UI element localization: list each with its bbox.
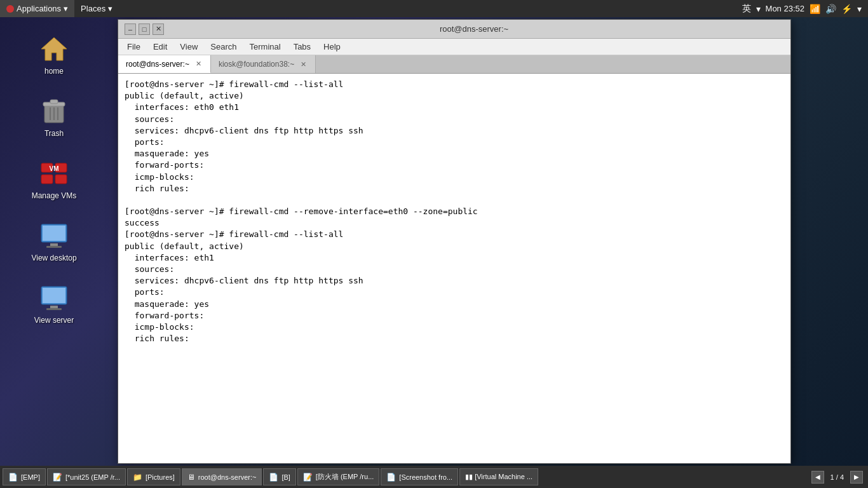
home-icon [39,34,69,64]
tabs-bar: root@dns-server:~ ✕ kiosk@foundation38:~… [118,55,790,74]
svg-rect-15 [46,246,62,248]
emp-icon: 📄 [8,473,18,482]
maximize-button[interactable]: □ [139,24,150,35]
unit25-label: [*unit25 (EMP /r... [65,473,120,481]
places-chevron: ▾ [108,4,112,13]
terminal-output: [root@dns-server ~]# firewall-cmd --list… [125,79,784,344]
tab1-close[interactable]: ✕ [194,60,203,68]
svg-text:VM: VM [50,165,59,172]
trash-icon [39,96,69,126]
vms-icon-label: Manage VMs [32,191,77,200]
power-icon[interactable]: ⚡ [841,4,852,14]
bottom-taskbar: 📄 [EMP] 📝 [*unit25 (EMP /r... 📁 [Picture… [0,466,868,488]
tab-root-dns-server[interactable]: root@dns-server:~ ✕ [118,55,211,73]
view-desktop-label: View desktop [31,254,76,262]
taskbar-screenshot[interactable]: 📄 [Screenshot fro... [381,468,458,485]
desktop-sidebar: home Trash [0,17,108,466]
pictures-icon: 📁 [133,473,142,482]
firewall-label: [防火墙 (EMP /ru... [316,472,374,482]
svg-rect-17 [43,288,65,303]
tab2-label: kiosk@foundation38:~ [219,60,294,69]
applications-menu[interactable]: Applications ▾ [0,0,74,17]
taskbar-unit25[interactable]: 📝 [*unit25 (EMP /r... [47,468,126,485]
window-title: root@dns-server:~ [164,24,784,34]
root-dns-icon: 🖥 [187,473,195,482]
menu-edit[interactable]: Edit [147,39,173,55]
pictures-label: [Pictures] [146,473,175,481]
menu-search[interactable]: Search [204,39,243,55]
svg-rect-9 [41,175,53,184]
b-icon: 📄 [269,473,278,482]
desktop-icon-vms[interactable]: VM Manage VMs [22,154,86,204]
tab1-label: root@dns-server:~ [126,60,189,69]
terminal-content[interactable]: [root@dns-server ~]# firewall-cmd --list… [118,74,790,463]
view-desktop-icon [39,220,69,251]
taskbar-b[interactable]: 📄 [B] [263,468,295,485]
datetime-display: Mon 23:52 [766,4,804,13]
taskbar-firewall[interactable]: 📝 [防火墙 (EMP /ru... [297,468,379,485]
places-label: Places [81,4,105,13]
svg-rect-19 [46,308,62,310]
taskbar-pictures[interactable]: 📁 [Pictures] [127,468,180,485]
emp-label: [EMP] [21,473,40,481]
unit25-icon: 📝 [53,473,62,482]
menu-help[interactable]: Help [317,39,347,55]
taskbar-emp[interactable]: 📄 [EMP] [3,468,46,485]
title-bar: – □ ✕ root@dns-server:~ [118,20,790,39]
volume-icon[interactable]: 🔊 [825,4,836,14]
tab-kiosk-foundation[interactable]: kiosk@foundation38:~ ✕ [211,55,316,73]
desktop-icon-home[interactable]: home [22,30,86,79]
menu-terminal[interactable]: Terminal [243,39,287,55]
svg-rect-14 [50,243,58,246]
menu-tabs[interactable]: Tabs [287,39,317,55]
terminal-window: – □ ✕ root@dns-server:~ File Edit View S… [118,19,791,464]
svg-marker-0 [41,37,67,60]
trash-icon-label: Trash [44,129,64,138]
root-dns-label: root@dns-server:~ [198,473,257,481]
svg-rect-18 [50,306,58,308]
svg-rect-3 [50,100,58,104]
applications-chevron: ▾ [64,4,68,13]
applications-label: Applications [17,4,61,13]
minimize-button[interactable]: – [125,24,136,35]
menu-file[interactable]: File [121,39,147,55]
tab2-close[interactable]: ✕ [299,60,308,69]
taskbar-page-indicator: 1 / 4 [827,473,848,481]
desktop-icon-view-server[interactable]: View server [22,279,86,329]
menu-view[interactable]: View [173,39,204,55]
svg-rect-13 [43,226,65,241]
desktop-icon-view-desktop[interactable]: View desktop [22,217,86,266]
virtual-label: ▮▮ [Virtual Machine ... [465,473,532,481]
svg-rect-10 [55,175,67,184]
taskbar-right: ◀ 1 / 4 ▶ [811,471,865,484]
taskbar-nav-right[interactable]: ▶ [850,471,863,484]
taskbar-nav-left[interactable]: ◀ [811,471,824,484]
lang-indicator[interactable]: 英 [742,3,751,15]
topbar-lang-arrow: ▾ [756,4,761,14]
topbar-arrow: ▾ [857,4,862,14]
vms-icon: VM [39,158,69,189]
view-server-icon [39,283,69,313]
desktop-icon-trash[interactable]: Trash [22,92,86,142]
places-menu[interactable]: Places ▾ [74,0,119,17]
wifi-icon[interactable]: 📶 [810,4,820,14]
window-controls: – □ ✕ [125,24,164,35]
close-button[interactable]: ✕ [153,24,164,35]
screenshot-label: [Screenshot fro... [399,473,452,481]
menu-bar: File Edit View Search Terminal Tabs Help [118,39,790,55]
home-icon-label: home [44,67,64,76]
app-menu-icon [6,5,14,13]
b-label: [B] [281,473,290,481]
firewall-icon: 📝 [303,473,313,482]
taskbar-virtual[interactable]: ▮▮ [Virtual Machine ... [459,468,538,485]
taskbar-root-dns[interactable]: 🖥 root@dns-server:~ [182,468,262,485]
screenshot-icon: 📄 [386,473,396,482]
view-server-label: View server [34,316,74,325]
top-bar: Applications ▾ Places ▾ 英 ▾ Mon 23:52 📶 … [0,0,868,17]
